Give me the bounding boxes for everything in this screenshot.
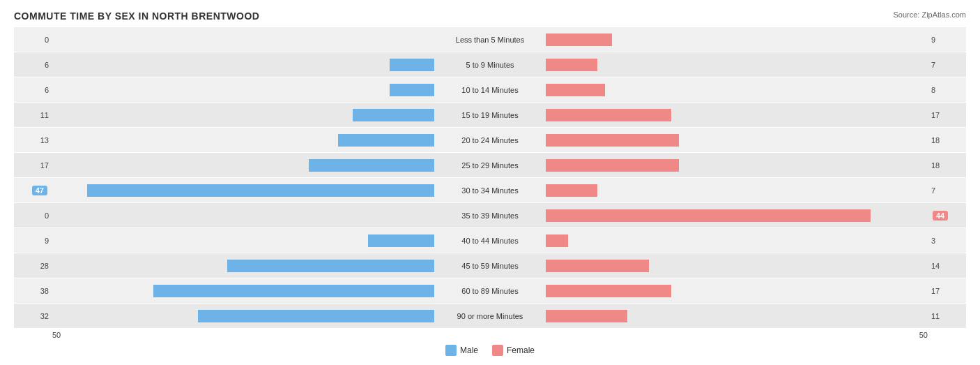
left-num: 13	[14, 136, 52, 144]
table-row: 17 25 to 29 Minutes 18	[14, 153, 966, 177]
right-num: 14	[928, 262, 966, 270]
male-bar	[390, 84, 434, 96]
female-value: 18	[931, 136, 940, 144]
table-row: 9 40 to 44 Minutes 3	[14, 228, 966, 253]
table-row: 13 20 to 24 Minutes 18	[14, 128, 966, 152]
left-num: 28	[14, 262, 52, 270]
right-bar-area	[546, 159, 928, 172]
female-value: 8	[931, 86, 935, 94]
right-bar-area	[546, 84, 928, 96]
female-bar	[546, 285, 671, 297]
male-value: 9	[45, 237, 49, 245]
table-row: 32 90 or more Minutes 11	[14, 304, 966, 328]
right-num: 18	[928, 136, 966, 144]
left-num: 0	[14, 211, 52, 220]
right-num: 11	[928, 312, 966, 320]
right-bar-area	[546, 184, 928, 197]
female-value: 7	[931, 61, 935, 69]
chart-body: 0 Less than 5 Minutes 9 6 5 to 9 Minutes…	[14, 27, 966, 328]
left-num: 47	[14, 186, 52, 195]
mid-label: 5 to 9 Minutes	[434, 61, 546, 69]
female-value: 18	[931, 161, 940, 170]
female-value: 7	[931, 186, 935, 195]
right-num: 17	[928, 287, 966, 295]
male-value: 6	[45, 61, 49, 69]
right-num: 44	[928, 211, 966, 221]
female-bar	[546, 310, 627, 322]
female-bar	[546, 234, 568, 247]
right-num: 8	[928, 86, 966, 94]
chart-container: COMMUTE TIME BY SEX IN NORTH BRENTWOOD S…	[0, 0, 980, 365]
table-row: 6 10 to 14 Minutes 8	[14, 77, 966, 102]
male-value: 32	[40, 312, 49, 320]
male-bar	[198, 310, 434, 322]
left-bar-area	[52, 310, 434, 322]
table-row: 28 45 to 59 Minutes 14	[14, 253, 966, 278]
female-value: 17	[931, 111, 940, 119]
male-bar	[390, 59, 434, 71]
table-row: 38 60 to 89 Minutes 17	[14, 278, 966, 303]
footer-left: 50	[52, 331, 61, 339]
right-num: 18	[928, 161, 966, 170]
left-bar-area	[52, 184, 434, 197]
table-row: 0 35 to 39 Minutes 44	[14, 203, 966, 228]
female-bar	[546, 84, 605, 96]
left-num: 6	[14, 86, 52, 94]
male-value: 11	[40, 111, 49, 119]
left-num: 9	[14, 237, 52, 245]
male-bar	[153, 285, 434, 297]
right-bar-area	[546, 285, 928, 297]
right-num: 17	[928, 111, 966, 119]
left-bar-area	[52, 159, 434, 172]
mid-label: 45 to 59 Minutes	[434, 262, 546, 270]
male-label: Male	[460, 345, 478, 355]
right-bar-area	[546, 33, 928, 46]
mid-label: 40 to 44 Minutes	[434, 237, 546, 245]
male-value: 38	[40, 287, 49, 295]
left-bar-area	[52, 209, 434, 222]
right-bar-area	[546, 109, 928, 121]
left-num: 38	[14, 287, 52, 295]
left-bar-area	[52, 33, 434, 46]
female-label: Female	[507, 345, 535, 355]
table-row: 6 5 to 9 Minutes 7	[14, 52, 966, 77]
legend-female: Female	[492, 345, 535, 356]
male-bar	[309, 159, 434, 172]
male-bar	[227, 260, 434, 272]
male-bar	[368, 234, 434, 247]
male-value: 17	[40, 161, 49, 170]
left-bar-area	[52, 109, 434, 121]
table-row: 0 Less than 5 Minutes 9	[14, 27, 966, 52]
table-row: 11 15 to 19 Minutes 17	[14, 103, 966, 127]
male-value: 0	[45, 211, 49, 220]
right-bar-area	[546, 59, 928, 71]
male-value: 13	[40, 136, 49, 144]
right-bar-area	[546, 134, 928, 147]
female-bar	[546, 33, 612, 46]
legend-male: Male	[445, 345, 478, 356]
table-row: 47 30 to 34 Minutes 7	[14, 178, 966, 202]
female-bar	[546, 59, 597, 71]
right-bar-area	[546, 209, 928, 222]
mid-label: 35 to 39 Minutes	[434, 211, 546, 220]
female-swatch	[492, 345, 503, 356]
mid-label: 25 to 29 Minutes	[434, 161, 546, 170]
right-bar-area	[546, 310, 928, 322]
left-bar-area	[52, 134, 434, 147]
male-bar	[87, 184, 434, 197]
chart-title: COMMUTE TIME BY SEX IN NORTH BRENTWOOD	[14, 10, 966, 22]
mid-label: 30 to 34 Minutes	[434, 186, 546, 195]
mid-label: 20 to 24 Minutes	[434, 136, 546, 144]
left-bar-area	[52, 59, 434, 71]
male-value: 28	[40, 262, 49, 270]
mid-label: Less than 5 Minutes	[434, 36, 546, 44]
left-bar-area	[52, 84, 434, 96]
left-num: 32	[14, 312, 52, 320]
right-num: 7	[928, 61, 966, 69]
male-bar	[353, 109, 434, 121]
female-value: 14	[931, 262, 940, 270]
female-value: 11	[931, 312, 940, 320]
female-value-badge: 44	[933, 211, 948, 221]
right-num: 9	[928, 36, 966, 44]
mid-label: 10 to 14 Minutes	[434, 86, 546, 94]
